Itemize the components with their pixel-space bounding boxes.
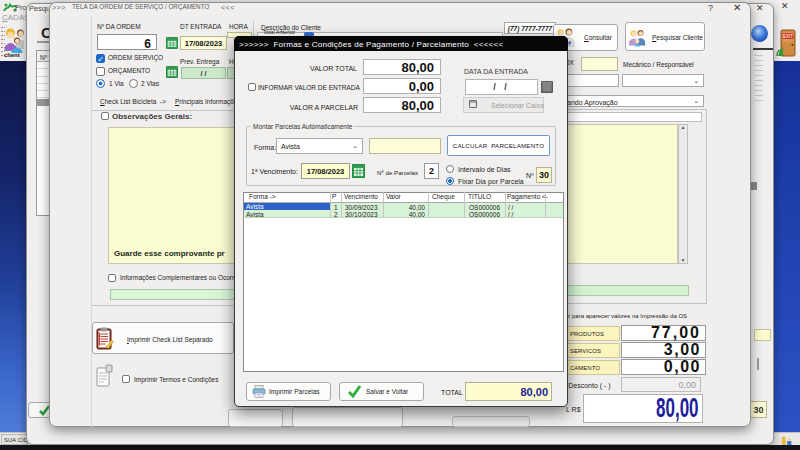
svg-text:EXIT: EXIT: [783, 34, 793, 39]
